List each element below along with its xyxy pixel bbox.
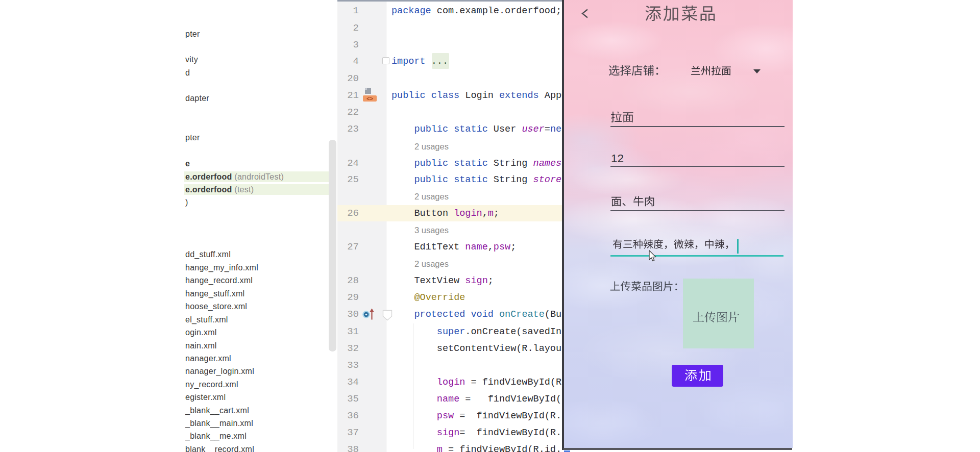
svg-text:<>: <> xyxy=(366,96,374,102)
